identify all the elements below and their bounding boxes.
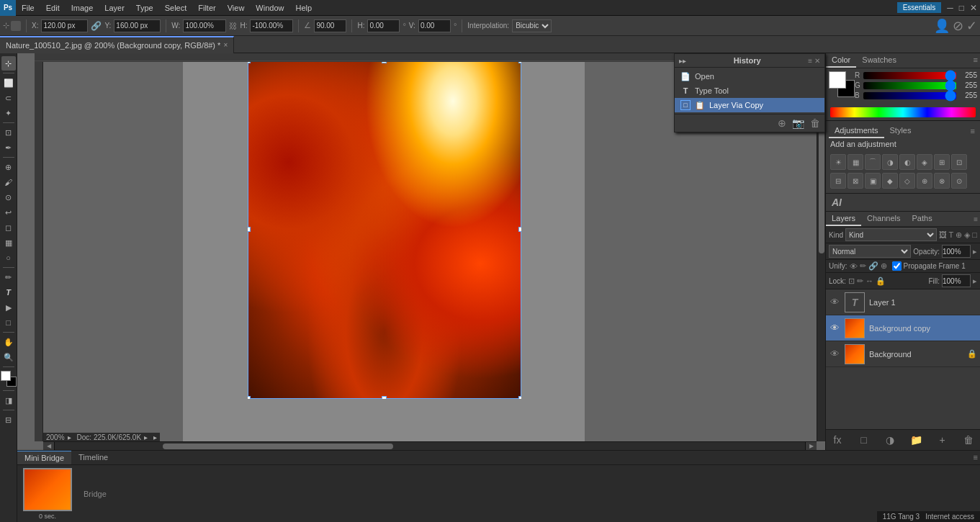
layer-fx-btn[interactable]: fx (830, 433, 845, 447)
unify-icon-2[interactable]: ✏ (860, 261, 866, 271)
magic-wand-tool[interactable]: ✦ (1, 106, 16, 120)
adj-levels[interactable]: ▦ (848, 154, 863, 170)
blend-mode-select[interactable]: Normal (829, 245, 911, 258)
color-spectrum[interactable] (830, 107, 976, 117)
history-camera-btn[interactable]: 📷 (792, 117, 804, 129)
green-slider[interactable] (863, 82, 956, 89)
handle-bc[interactable] (382, 396, 387, 399)
unify-icon-3[interactable]: 🔗 (868, 261, 878, 271)
red-slider[interactable] (863, 72, 956, 79)
layer-adjustment-btn[interactable]: ◑ (883, 433, 897, 447)
styles-tab[interactable]: Styles (884, 124, 917, 138)
adj-threshold[interactable]: ⊕ (917, 173, 932, 189)
cancel-transform-btn[interactable]: ⊘ (953, 18, 963, 34)
mini-bridge-tab[interactable]: Mini Bridge (17, 451, 71, 464)
adj-gradient-map[interactable]: ⊗ (934, 173, 950, 189)
adj-posterize[interactable]: ◇ (899, 173, 915, 189)
color-swatches[interactable] (1, 371, 17, 387)
opacity-arrow[interactable]: ▸ (973, 247, 977, 256)
history-panel-header[interactable]: ▸▸ History ≡ ✕ (675, 54, 824, 68)
brush-tool[interactable]: 🖌 (1, 175, 16, 189)
layer-item-layer1[interactable]: 👁 T Layer 1 (826, 289, 980, 315)
adj-exposure[interactable]: ◑ (882, 154, 898, 170)
menu-file[interactable]: File (16, 2, 40, 14)
color-panel-menu[interactable]: ≡ (971, 53, 980, 68)
color-tab[interactable]: Color (826, 53, 856, 68)
history-menu-btn[interactable]: ≡ (808, 57, 812, 65)
kind-icon-2[interactable]: T (949, 230, 954, 239)
history-close-btn[interactable]: ✕ (814, 57, 820, 65)
doc-menu-btn[interactable]: ▸ (144, 433, 148, 441)
menu-help[interactable]: Help (289, 2, 318, 14)
path-selection-tool[interactable]: ▶ (1, 300, 16, 315)
eyedropper-tool[interactable]: ✒ (1, 140, 16, 155)
screen-mode-btn[interactable]: ⊟ (1, 413, 16, 427)
timeline-btn[interactable]: ▸ (153, 433, 157, 441)
adj-selective-color[interactable]: ⊙ (951, 173, 967, 189)
h-input[interactable] (250, 19, 293, 32)
timeline-frame-thumb[interactable] (23, 468, 72, 511)
layer1-visibility-btn[interactable]: 👁 (829, 297, 840, 308)
handle-ml[interactable] (248, 227, 251, 232)
adj-brightness[interactable]: ☀ (830, 154, 846, 170)
menu-filter[interactable]: Filter (192, 2, 221, 14)
kind-icon-1[interactable]: 🖼 (939, 230, 947, 239)
dodge-tool[interactable]: ○ (1, 251, 16, 265)
unify-icon-4[interactable]: ⊕ (881, 261, 887, 271)
clone-tool[interactable]: ⊙ (1, 190, 16, 204)
fill-input[interactable] (942, 274, 971, 287)
history-item-open[interactable]: 📄 Open (675, 69, 824, 84)
bg-visibility-btn[interactable]: 👁 (829, 348, 840, 360)
kind-icon-5[interactable]: □ (972, 230, 977, 239)
crop-tool[interactable]: ⊡ (1, 125, 16, 140)
adj-curves[interactable]: ⌒ (865, 154, 881, 170)
menu-image[interactable]: Image (66, 2, 99, 14)
propagate-checkbox[interactable] (892, 261, 902, 271)
handle-bl[interactable] (248, 396, 251, 399)
marquee-tool[interactable]: ⬜ (1, 76, 16, 90)
scroll-thumb-h[interactable] (163, 444, 393, 449)
layers-tab-channels[interactable]: Channels (861, 212, 906, 226)
angle-input[interactable] (314, 19, 346, 32)
lock-icon-4[interactable]: 🔒 (876, 276, 886, 286)
handle-br[interactable] (518, 396, 521, 399)
foreground-color-swatch[interactable] (829, 71, 846, 89)
layer-group-btn[interactable]: 📁 (909, 433, 923, 447)
history-new-snapshot-btn[interactable]: ⊕ (778, 117, 786, 129)
menu-type[interactable]: Type (130, 2, 159, 14)
handle-mr[interactable] (518, 227, 521, 232)
close-btn[interactable]: ✕ (967, 3, 980, 13)
shape-tool[interactable]: □ (1, 315, 16, 330)
menu-edit[interactable]: Edit (40, 2, 66, 14)
healing-tool[interactable]: ⊕ (1, 160, 16, 174)
lock-icon-3[interactable]: ↔ (866, 276, 873, 285)
adj-panel-menu[interactable]: ≡ (968, 125, 977, 138)
zoom-tool[interactable]: 🔍 (1, 350, 16, 364)
history-item-layer-copy[interactable]: □ 📋 Layer Via Copy (675, 98, 824, 112)
menu-select[interactable]: Select (159, 2, 193, 14)
scroll-right-btn[interactable]: ▶ (805, 442, 817, 451)
kind-select[interactable]: Kind (845, 228, 937, 241)
layers-panel-menu[interactable]: ≡ (971, 213, 980, 225)
history-delete-btn[interactable]: 🗑 (810, 117, 820, 129)
gradient-tool[interactable]: ▦ (1, 235, 16, 250)
move-tool[interactable]: ⊹ (1, 56, 16, 71)
confirm-transform-btn[interactable]: ✓ (966, 18, 977, 34)
menu-window[interactable]: Window (250, 2, 289, 14)
zoom-menu-btn[interactable]: ▸ (68, 433, 71, 441)
bgcopy-visibility-btn[interactable]: 👁 (829, 323, 840, 334)
layer-item-bg-copy[interactable]: 👁 Background copy (826, 315, 980, 341)
kind-icon-4[interactable]: ◈ (964, 230, 970, 240)
w-input[interactable] (183, 19, 226, 32)
fill-arrow[interactable]: ▸ (973, 276, 977, 286)
layers-tab-paths[interactable]: Paths (907, 212, 938, 226)
adj-invert[interactable]: ◆ (882, 173, 898, 189)
color-fg-bg-selector[interactable] (829, 71, 855, 97)
quick-mask-btn[interactable]: ◨ (1, 393, 16, 408)
adj-colorbalance[interactable]: ⊞ (934, 154, 950, 170)
adj-bw[interactable]: ⊡ (951, 154, 967, 170)
workspace-selector[interactable]: Essentials (897, 2, 942, 13)
layers-tab-layers[interactable]: Layers (826, 212, 861, 226)
opacity-input[interactable] (942, 245, 971, 258)
v-input[interactable] (418, 19, 451, 32)
